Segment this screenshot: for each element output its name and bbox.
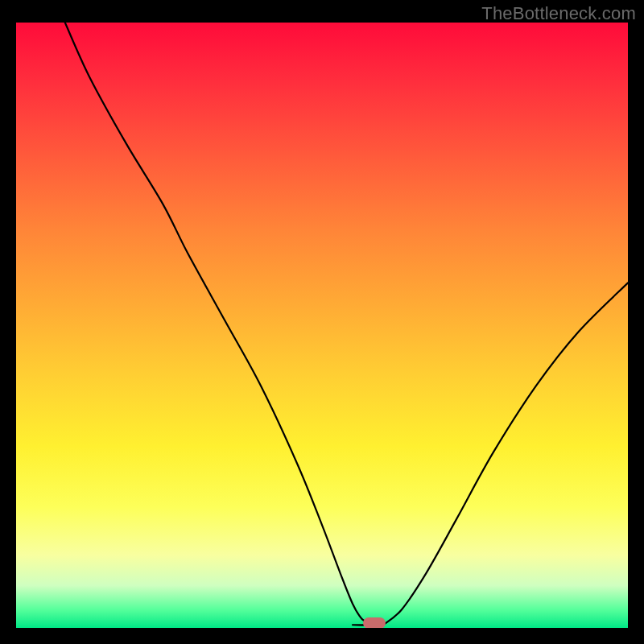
- bottleneck-curve: [16, 23, 628, 628]
- curve-path: [65, 23, 628, 626]
- chart-frame: TheBottleneck.com: [0, 0, 644, 644]
- minimum-marker: [363, 617, 386, 628]
- plot-area: [16, 23, 628, 628]
- watermark-label: TheBottleneck.com: [481, 3, 636, 24]
